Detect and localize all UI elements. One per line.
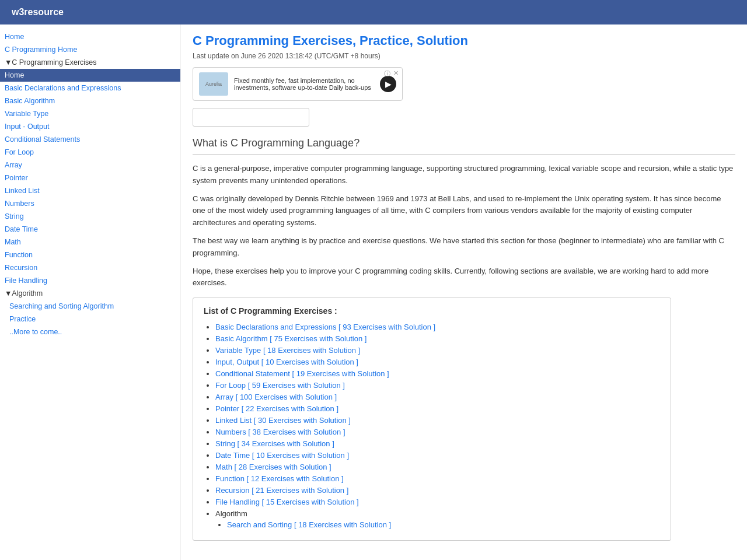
- exercise-link-function[interactable]: Function [ 12 Exercises with Solution ]: [215, 474, 344, 483]
- sidebar-home-link[interactable]: Home: [0, 30, 180, 43]
- sidebar-item-for-loop[interactable]: For Loop: [0, 146, 180, 159]
- body-para3: The best way we learn anything is by pra…: [193, 235, 735, 260]
- exercise-list-box: List of C Programming Exercises : Basic …: [193, 298, 671, 541]
- ad-info-icon[interactable]: ⓘ: [384, 69, 390, 78]
- sidebar-item-basic-decl[interactable]: Basic Declarations and Expressions: [0, 82, 180, 94]
- sidebar-item-variable-type[interactable]: Variable Type: [0, 107, 180, 120]
- algorithm-label: Algorithm: [215, 509, 247, 518]
- sidebar-cprog-link[interactable]: C Programming Home: [0, 43, 180, 56]
- exercise-link-search-sort[interactable]: Search and Sorting [ 18 Exercises with S…: [227, 520, 391, 529]
- sidebar-item-conditional[interactable]: Conditional Statements: [0, 133, 180, 146]
- sidebar: Home C Programming Home ▼C Programming E…: [0, 24, 181, 560]
- list-item: Function [ 12 Exercises with Solution ]: [215, 474, 660, 483]
- ad-image: Aurelia: [199, 72, 228, 96]
- sidebar-item-searching-sorting[interactable]: Searching and Sorting Algorithm: [0, 300, 180, 313]
- exercise-link-math[interactable]: Math [ 28 Exercises with Solution ]: [215, 463, 331, 471]
- brand-logo: w3resource: [12, 7, 64, 17]
- sidebar-section-label: ▼C Programming Exercises: [0, 56, 180, 69]
- exercise-link-linked-list[interactable]: Linked List [ 30 Exercises with Solution…: [215, 416, 351, 425]
- exercise-link-for-loop[interactable]: For Loop [ 59 Exercises with Solution ]: [215, 381, 345, 390]
- algorithm-sub-list: Search and Sorting [ 18 Exercises with S…: [215, 520, 660, 529]
- exercise-list: Basic Declarations and Expressions [ 93 …: [204, 323, 660, 529]
- list-item: Pointer [ 22 Exercises with Solution ]: [215, 404, 660, 413]
- ad-play-button[interactable]: ▶: [380, 76, 396, 92]
- sidebar-item-datetime[interactable]: Date Time: [0, 223, 180, 236]
- exercise-link-basic-decl[interactable]: Basic Declarations and Expressions [ 93 …: [215, 323, 435, 331]
- exercise-link-numbers[interactable]: Numbers [ 38 Exercises with Solution ]: [215, 428, 345, 436]
- list-item: Linked List [ 30 Exercises with Solution…: [215, 416, 660, 425]
- list-item: Basic Algorithm [ 75 Exercises with Solu…: [215, 334, 660, 343]
- page-title: C Programming Exercises, Practice, Solut…: [193, 33, 735, 48]
- exercise-link-pointer[interactable]: Pointer [ 22 Exercises with Solution ]: [215, 404, 338, 413]
- sidebar-item-practice[interactable]: Practice: [0, 313, 180, 326]
- list-item: Conditional Statement [ 19 Exercises wit…: [215, 369, 660, 378]
- list-item: For Loop [ 59 Exercises with Solution ]: [215, 381, 660, 390]
- list-item: Basic Declarations and Expressions [ 93 …: [215, 323, 660, 331]
- sidebar-item-function[interactable]: Function: [0, 249, 180, 261]
- body-para2: C was originally developed by Dennis Rit…: [193, 193, 735, 229]
- sidebar-item-basic-algo[interactable]: Basic Algorithm: [0, 94, 180, 107]
- sidebar-item-array[interactable]: Array: [0, 159, 180, 172]
- sidebar-item-home[interactable]: Home: [0, 69, 180, 82]
- sidebar-item-numbers[interactable]: Numbers: [0, 197, 180, 210]
- list-item: Recursion [ 21 Exercises with Solution ]: [215, 486, 660, 495]
- list-item: String [ 34 Exercises with Solution ]: [215, 439, 660, 448]
- exercise-list-title: List of C Programming Exercises :: [204, 306, 660, 316]
- body-para1: C is a general-purpose, imperative compu…: [193, 163, 735, 187]
- list-item-algorithm: Algorithm Search and Sorting [ 18 Exerci…: [215, 509, 660, 529]
- list-item: Input, Output [ 10 Exercises with Soluti…: [215, 358, 660, 366]
- last-update: Last update on June 26 2020 13:18:42 (UT…: [193, 52, 735, 60]
- search-input[interactable]: [193, 108, 309, 127]
- section-title: What is C Programming Language?: [193, 137, 735, 149]
- sidebar-item-more[interactable]: ..More to come..: [0, 326, 180, 338]
- body-para4: Hope, these exercises help you to improv…: [193, 265, 735, 290]
- list-item: Array [ 100 Exercises with Solution ]: [215, 393, 660, 401]
- list-item: Variable Type [ 18 Exercises with Soluti…: [215, 346, 660, 355]
- list-item: Math [ 28 Exercises with Solution ]: [215, 463, 660, 471]
- sidebar-algorithm-label: ▼Algorithm: [0, 287, 180, 300]
- sidebar-item-linked-list[interactable]: Linked List: [0, 184, 180, 197]
- exercise-link-recursion[interactable]: Recursion [ 21 Exercises with Solution ]: [215, 486, 348, 495]
- sidebar-item-string[interactable]: String: [0, 210, 180, 223]
- divider: [193, 154, 735, 155]
- exercise-link-variable-type[interactable]: Variable Type [ 18 Exercises with Soluti…: [215, 346, 360, 355]
- exercise-link-basic-algo[interactable]: Basic Algorithm [ 75 Exercises with Solu…: [215, 334, 366, 343]
- sidebar-item-pointer[interactable]: Pointer: [0, 172, 180, 184]
- list-item: Numbers [ 38 Exercises with Solution ]: [215, 428, 660, 436]
- exercise-link-file-handling[interactable]: File Handling [ 15 Exercises with Soluti…: [215, 498, 359, 506]
- list-item: Search and Sorting [ 18 Exercises with S…: [227, 520, 660, 529]
- sidebar-item-input-output[interactable]: Input - Output: [0, 120, 180, 133]
- ad-text: Fixed monthly fee, fast implementation, …: [234, 77, 375, 91]
- exercise-link-array[interactable]: Array [ 100 Exercises with Solution ]: [215, 393, 337, 401]
- exercise-link-conditional[interactable]: Conditional Statement [ 19 Exercises wit…: [215, 369, 389, 378]
- list-item: Date Time [ 10 Exercises with Solution ]: [215, 451, 660, 460]
- header: w3resource: [0, 0, 747, 24]
- ad-box: Aurelia Fixed monthly fee, fast implemen…: [193, 67, 403, 101]
- sidebar-item-recursion[interactable]: Recursion: [0, 261, 180, 274]
- main-content: C Programming Exercises, Practice, Solut…: [181, 24, 747, 560]
- sidebar-item-math[interactable]: Math: [0, 236, 180, 249]
- exercise-link-datetime[interactable]: Date Time [ 10 Exercises with Solution ]: [215, 451, 349, 460]
- exercise-link-input-output[interactable]: Input, Output [ 10 Exercises with Soluti…: [215, 358, 358, 366]
- exercise-link-string[interactable]: String [ 34 Exercises with Solution ]: [215, 439, 334, 448]
- list-item: File Handling [ 15 Exercises with Soluti…: [215, 498, 660, 506]
- ad-close-icon[interactable]: ✕: [393, 69, 399, 77]
- sidebar-item-file-handling[interactable]: File Handling: [0, 274, 180, 287]
